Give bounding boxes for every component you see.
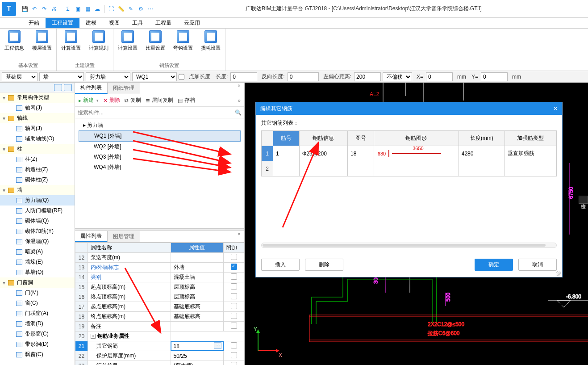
panel-close-icon[interactable]: ×: [234, 83, 244, 94]
qat-calc-icon[interactable]: ▣: [74, 5, 82, 13]
x-input[interactable]: [426, 72, 453, 81]
checkbox[interactable]: [231, 303, 237, 309]
tree-item[interactable]: 门联窗(A): [0, 308, 75, 319]
btn-loss[interactable]: 损耗设置: [201, 30, 221, 59]
delete-button[interactable]: ✕ 删除: [103, 96, 120, 104]
toolbar-overflow[interactable]: »: [238, 97, 241, 104]
member-select[interactable]: WQ1: [132, 72, 177, 81]
tree-item[interactable]: 砌体柱(Z): [0, 175, 75, 185]
component-select[interactable]: 墙: [39, 72, 84, 81]
tree-item[interactable]: 幕墙(Q): [0, 267, 75, 277]
tree-item[interactable]: 构造柱(Z): [0, 164, 75, 175]
component-item[interactable]: WQ2 [外墙]: [79, 142, 241, 152]
property-row[interactable]: 22 保护层厚度(mm)50/25: [75, 351, 244, 361]
tree-item[interactable]: 墙洞(D): [0, 319, 75, 329]
table-row[interactable]: 1 1 Φ25@200 18 6303650 4280 垂直加强筋: [262, 146, 557, 161]
tab-tools[interactable]: 工具: [126, 18, 149, 28]
tree-item[interactable]: 辅助轴线(O): [0, 134, 75, 144]
tab-start[interactable]: 开始: [22, 18, 46, 28]
tree-category[interactable]: ▾轴线: [0, 113, 75, 123]
tree-item[interactable]: 暗梁(A): [0, 247, 75, 257]
tree-item[interactable]: 飘窗(C): [0, 349, 75, 360]
y-input[interactable]: [481, 72, 508, 81]
tree-item[interactable]: 带形窗(C): [0, 329, 75, 339]
length-input[interactable]: [230, 72, 257, 81]
btn-project-info[interactable]: 工程信息: [4, 30, 24, 59]
table-row[interactable]: 2: [262, 161, 557, 176]
tab-property-list[interactable]: 属性列表: [75, 231, 108, 242]
property-row[interactable]: 15起点顶标高(m)层顶标高: [75, 282, 244, 292]
checkbox[interactable]: [231, 264, 237, 270]
tree-item[interactable]: 门(M): [0, 288, 75, 298]
tab-layer-mgmt[interactable]: 图层管理: [108, 231, 140, 242]
checkbox[interactable]: [231, 273, 237, 280]
leftoffset-input[interactable]: [354, 72, 381, 81]
search-icon[interactable]: 🔍: [235, 109, 242, 116]
btn-rebar-calc[interactable]: 计算设置: [118, 30, 138, 59]
btn-calc-settings[interactable]: 计算设置: [61, 30, 81, 59]
ellipsis-button[interactable]: ⋯: [214, 342, 221, 349]
qat-edit-icon[interactable]: ✎: [127, 5, 135, 13]
resize-grip-icon[interactable]: [556, 271, 561, 276]
property-row[interactable]: 18终点底标高(m)基础底标高: [75, 312, 244, 322]
tree-item[interactable]: 人防门框墙(RF): [0, 206, 75, 216]
qat-redo-icon[interactable]: ↷: [40, 5, 48, 13]
btn-calc-rules[interactable]: 计算规则: [89, 30, 108, 59]
component-item[interactable]: WQ4 [外墙]: [79, 162, 241, 172]
component-item[interactable]: WQ3 [外墙]: [79, 152, 241, 162]
qat-cloud-icon[interactable]: ☁: [93, 5, 101, 13]
property-row[interactable]: 21 其它钢筋18⋯: [75, 341, 244, 351]
layercopy-button[interactable]: ≣ 层间复制: [146, 96, 173, 104]
property-row[interactable]: 19备注: [75, 322, 244, 331]
ok-button[interactable]: 确定: [475, 259, 513, 271]
checkbox[interactable]: [231, 342, 237, 348]
tree-root[interactable]: ▸ 剪力墙: [79, 120, 241, 130]
rebar-table[interactable]: 筋号 钢筋信息 图号 钢筋图形 长度(mm) 加强筋类型 1 1 Φ25@200…: [261, 130, 557, 176]
tree-item[interactable]: 砌体墙(Q): [0, 216, 75, 226]
subtype-select[interactable]: 剪力墙: [86, 72, 130, 81]
tree-item[interactable]: 砌体加筋(Y): [0, 226, 75, 236]
btn-weight[interactable]: 比重设置: [146, 30, 165, 59]
tab-component-list[interactable]: 构件列表: [75, 83, 108, 94]
offset-mode-select[interactable]: 不偏移: [383, 72, 412, 81]
qat-save-icon[interactable]: 💾: [21, 5, 29, 13]
tree-item[interactable]: 轴网(J): [0, 103, 75, 113]
tree-item[interactable]: 带形洞(D): [0, 339, 75, 349]
tree-item[interactable]: 剪力墙(Q): [0, 195, 75, 206]
property-row[interactable]: 13内/外墙标志外墙: [75, 263, 244, 273]
property-row[interactable]: 12泵送高度(m): [75, 253, 244, 263]
qat-nav-icon[interactable]: ⛶: [107, 5, 115, 13]
btn-floor-settings[interactable]: 楼层设置: [32, 30, 52, 59]
copy-button[interactable]: ⧉ 复制: [125, 96, 141, 104]
checkbox[interactable]: [231, 362, 237, 365]
reverse-input[interactable]: [288, 72, 319, 81]
tree-item[interactable]: 保温墙(Q): [0, 236, 75, 247]
qat-sum-icon[interactable]: Σ: [64, 5, 72, 13]
component-search-input[interactable]: [78, 109, 233, 116]
floor-select[interactable]: 基础层: [2, 72, 38, 81]
new-button[interactable]: ▸ 新建▾: [79, 96, 99, 104]
insert-button[interactable]: 插入: [261, 259, 300, 271]
view-tree-icon[interactable]: [64, 84, 72, 91]
checkbox[interactable]: [231, 283, 237, 289]
tree-item[interactable]: 柱(Z): [0, 154, 75, 164]
property-row[interactable]: 16终点顶标高(m)层顶标高: [75, 292, 244, 302]
qat-measure-icon[interactable]: 📏: [117, 5, 125, 13]
checkbox[interactable]: [231, 323, 237, 329]
property-row[interactable]: 17起点底标高(m)基础底标高: [75, 302, 244, 312]
endpoint-checkbox[interactable]: [179, 72, 184, 81]
view-list-icon[interactable]: [54, 84, 62, 91]
tab-drawing-mgmt[interactable]: 图纸管理: [108, 83, 140, 94]
report-tab[interactable]: 校核报告: [579, 196, 588, 204]
tree-category[interactable]: ▾柱: [0, 144, 75, 154]
tab-model[interactable]: 建模: [79, 18, 103, 28]
qat-more-icon[interactable]: ⋯: [146, 5, 154, 13]
tree-category[interactable]: ▾常用构件类型: [0, 92, 75, 103]
tab-quantity[interactable]: 工程量: [149, 18, 178, 28]
tab-project-settings[interactable]: 工程设置: [46, 18, 79, 28]
checkbox[interactable]: [231, 352, 237, 358]
dialog-close-icon[interactable]: ✕: [553, 105, 558, 112]
archive-button[interactable]: ▤ 存档: [178, 96, 195, 104]
tree-category[interactable]: ▾墙: [0, 185, 75, 195]
tree-category[interactable]: ▾门窗洞: [0, 277, 75, 288]
